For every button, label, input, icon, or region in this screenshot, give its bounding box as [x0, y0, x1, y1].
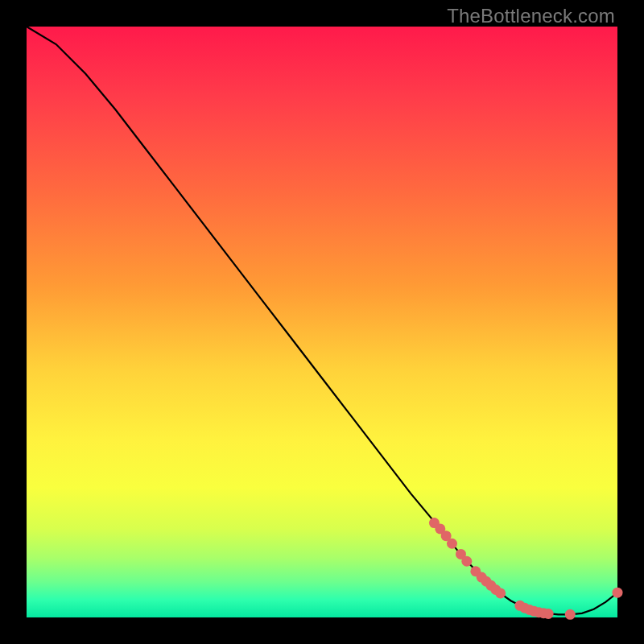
chart-svg	[27, 27, 617, 617]
chart-canvas: TheBottleneck.com	[0, 0, 644, 644]
attribution-label: TheBottleneck.com	[447, 5, 615, 27]
bottleneck-curve	[27, 27, 617, 614]
data-marker	[565, 609, 576, 620]
data-marker	[447, 539, 457, 549]
data-marker	[495, 588, 506, 598]
curve-markers	[429, 518, 623, 620]
data-marker	[613, 588, 623, 598]
data-marker	[543, 609, 554, 619]
data-marker	[461, 556, 472, 567]
